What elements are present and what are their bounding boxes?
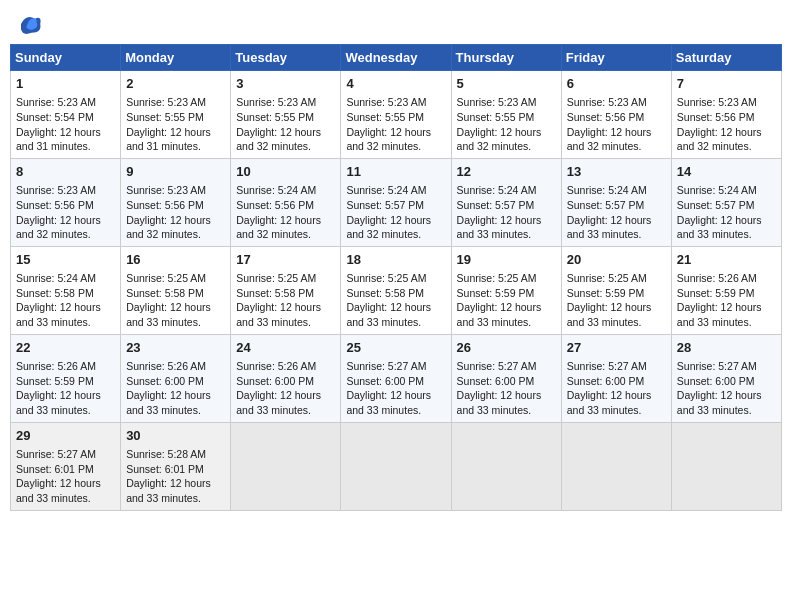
sunrise-text: Sunrise: 5:24 AM (346, 183, 445, 198)
sunrise-text: Sunrise: 5:23 AM (567, 95, 666, 110)
daylight-text: Daylight: 12 hours and 33 minutes. (677, 388, 776, 417)
day-number: 28 (677, 339, 776, 357)
calendar-cell (231, 422, 341, 510)
day-header: Sunday (11, 45, 121, 71)
sunrise-text: Sunrise: 5:27 AM (457, 359, 556, 374)
day-header: Thursday (451, 45, 561, 71)
day-header: Friday (561, 45, 671, 71)
daylight-text: Daylight: 12 hours and 33 minutes. (457, 300, 556, 329)
daylight-text: Daylight: 12 hours and 32 minutes. (346, 213, 445, 242)
calendar-cell: 4Sunrise: 5:23 AMSunset: 5:55 PMDaylight… (341, 71, 451, 159)
sunset-text: Sunset: 5:54 PM (16, 110, 115, 125)
calendar-cell: 10Sunrise: 5:24 AMSunset: 5:56 PMDayligh… (231, 158, 341, 246)
day-number: 15 (16, 251, 115, 269)
daylight-text: Daylight: 12 hours and 32 minutes. (677, 125, 776, 154)
logo (14, 10, 46, 38)
calendar-cell: 20Sunrise: 5:25 AMSunset: 5:59 PMDayligh… (561, 246, 671, 334)
calendar-cell: 2Sunrise: 5:23 AMSunset: 5:55 PMDaylight… (121, 71, 231, 159)
sunset-text: Sunset: 5:57 PM (457, 198, 556, 213)
sunrise-text: Sunrise: 5:25 AM (567, 271, 666, 286)
day-number: 12 (457, 163, 556, 181)
header (10, 10, 782, 38)
day-header: Monday (121, 45, 231, 71)
daylight-text: Daylight: 12 hours and 32 minutes. (16, 213, 115, 242)
daylight-text: Daylight: 12 hours and 33 minutes. (567, 300, 666, 329)
sunrise-text: Sunrise: 5:23 AM (16, 183, 115, 198)
sunset-text: Sunset: 5:56 PM (567, 110, 666, 125)
daylight-text: Daylight: 12 hours and 33 minutes. (677, 213, 776, 242)
sunset-text: Sunset: 6:00 PM (236, 374, 335, 389)
daylight-text: Daylight: 12 hours and 33 minutes. (236, 388, 335, 417)
sunset-text: Sunset: 5:55 PM (126, 110, 225, 125)
sunset-text: Sunset: 5:56 PM (677, 110, 776, 125)
calendar-cell: 7Sunrise: 5:23 AMSunset: 5:56 PMDaylight… (671, 71, 781, 159)
daylight-text: Daylight: 12 hours and 33 minutes. (346, 388, 445, 417)
sunset-text: Sunset: 5:58 PM (236, 286, 335, 301)
calendar-cell: 9Sunrise: 5:23 AMSunset: 5:56 PMDaylight… (121, 158, 231, 246)
sunrise-text: Sunrise: 5:25 AM (346, 271, 445, 286)
daylight-text: Daylight: 12 hours and 32 minutes. (567, 125, 666, 154)
sunset-text: Sunset: 5:58 PM (346, 286, 445, 301)
calendar-week-row: 1Sunrise: 5:23 AMSunset: 5:54 PMDaylight… (11, 71, 782, 159)
sunrise-text: Sunrise: 5:25 AM (126, 271, 225, 286)
day-number: 11 (346, 163, 445, 181)
day-number: 22 (16, 339, 115, 357)
calendar-cell: 24Sunrise: 5:26 AMSunset: 6:00 PMDayligh… (231, 334, 341, 422)
sunrise-text: Sunrise: 5:27 AM (16, 447, 115, 462)
day-number: 17 (236, 251, 335, 269)
calendar-cell (451, 422, 561, 510)
sunrise-text: Sunrise: 5:23 AM (126, 95, 225, 110)
sunrise-text: Sunrise: 5:23 AM (126, 183, 225, 198)
day-number: 3 (236, 75, 335, 93)
sunrise-text: Sunrise: 5:27 AM (346, 359, 445, 374)
calendar-cell: 6Sunrise: 5:23 AMSunset: 5:56 PMDaylight… (561, 71, 671, 159)
sunset-text: Sunset: 5:58 PM (126, 286, 225, 301)
day-number: 30 (126, 427, 225, 445)
day-number: 4 (346, 75, 445, 93)
daylight-text: Daylight: 12 hours and 33 minutes. (346, 300, 445, 329)
calendar-week-row: 22Sunrise: 5:26 AMSunset: 5:59 PMDayligh… (11, 334, 782, 422)
day-number: 7 (677, 75, 776, 93)
calendar-cell: 25Sunrise: 5:27 AMSunset: 6:00 PMDayligh… (341, 334, 451, 422)
sunset-text: Sunset: 5:59 PM (16, 374, 115, 389)
sunset-text: Sunset: 5:59 PM (567, 286, 666, 301)
day-header: Tuesday (231, 45, 341, 71)
sunset-text: Sunset: 6:01 PM (16, 462, 115, 477)
logo-icon (14, 10, 42, 38)
calendar-week-row: 29Sunrise: 5:27 AMSunset: 6:01 PMDayligh… (11, 422, 782, 510)
daylight-text: Daylight: 12 hours and 33 minutes. (457, 213, 556, 242)
sunrise-text: Sunrise: 5:27 AM (567, 359, 666, 374)
sunset-text: Sunset: 5:55 PM (346, 110, 445, 125)
daylight-text: Daylight: 12 hours and 33 minutes. (236, 300, 335, 329)
daylight-text: Daylight: 12 hours and 33 minutes. (126, 476, 225, 505)
day-number: 8 (16, 163, 115, 181)
day-number: 19 (457, 251, 556, 269)
calendar-week-row: 15Sunrise: 5:24 AMSunset: 5:58 PMDayligh… (11, 246, 782, 334)
sunrise-text: Sunrise: 5:26 AM (677, 271, 776, 286)
day-number: 5 (457, 75, 556, 93)
calendar-cell: 17Sunrise: 5:25 AMSunset: 5:58 PMDayligh… (231, 246, 341, 334)
day-number: 20 (567, 251, 666, 269)
sunset-text: Sunset: 5:59 PM (677, 286, 776, 301)
calendar-cell: 5Sunrise: 5:23 AMSunset: 5:55 PMDaylight… (451, 71, 561, 159)
calendar-cell: 11Sunrise: 5:24 AMSunset: 5:57 PMDayligh… (341, 158, 451, 246)
calendar-cell: 23Sunrise: 5:26 AMSunset: 6:00 PMDayligh… (121, 334, 231, 422)
sunrise-text: Sunrise: 5:23 AM (236, 95, 335, 110)
sunrise-text: Sunrise: 5:24 AM (16, 271, 115, 286)
sunrise-text: Sunrise: 5:24 AM (457, 183, 556, 198)
sunrise-text: Sunrise: 5:24 AM (567, 183, 666, 198)
day-number: 26 (457, 339, 556, 357)
day-number: 21 (677, 251, 776, 269)
calendar-week-row: 8Sunrise: 5:23 AMSunset: 5:56 PMDaylight… (11, 158, 782, 246)
day-header: Saturday (671, 45, 781, 71)
day-number: 6 (567, 75, 666, 93)
calendar: SundayMondayTuesdayWednesdayThursdayFrid… (10, 44, 782, 511)
day-number: 18 (346, 251, 445, 269)
calendar-cell: 22Sunrise: 5:26 AMSunset: 5:59 PMDayligh… (11, 334, 121, 422)
daylight-text: Daylight: 12 hours and 33 minutes. (126, 388, 225, 417)
sunrise-text: Sunrise: 5:27 AM (677, 359, 776, 374)
day-number: 13 (567, 163, 666, 181)
calendar-cell: 3Sunrise: 5:23 AMSunset: 5:55 PMDaylight… (231, 71, 341, 159)
day-number: 14 (677, 163, 776, 181)
daylight-text: Daylight: 12 hours and 33 minutes. (567, 213, 666, 242)
